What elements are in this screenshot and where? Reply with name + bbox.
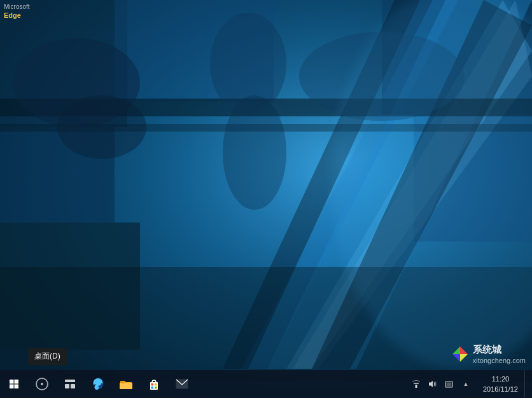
taskview-rect-right (71, 384, 75, 388)
svg-rect-30 (15, 385, 19, 389)
svg-rect-27 (10, 380, 14, 384)
desktop: Microsoft Edge 桌面(D) 系统城 xitongcheng.com (0, 0, 532, 398)
date-display: 2016/11/12 (483, 384, 518, 395)
pinned-explorer[interactable] (112, 370, 140, 398)
taskview-icon (64, 380, 76, 388)
notification-icon (445, 380, 453, 388)
windows-logo-icon (9, 379, 19, 389)
pinned-mail[interactable] (168, 370, 196, 398)
svg-rect-29 (10, 385, 14, 389)
wallpaper (0, 0, 532, 398)
svg-marker-43 (429, 381, 433, 387)
watermark-logo-icon (451, 345, 469, 363)
folder-icon (120, 378, 132, 390)
edge-tooltip: Microsoft Edge (0, 0, 34, 22)
notification-tray-icon[interactable] (441, 370, 458, 398)
svg-marker-26 (460, 354, 468, 362)
svg-marker-24 (452, 347, 460, 354)
network-icon (412, 380, 421, 388)
show-desktop-button[interactable] (524, 370, 529, 398)
taskbar: ▲ 11:20 2016/11/12 (0, 370, 532, 398)
svg-rect-45 (447, 382, 452, 386)
svg-rect-38 (151, 387, 154, 389)
volume-icon (428, 380, 437, 388)
cortana-dot (41, 383, 43, 385)
edge-label: Edge (4, 11, 30, 20)
pinned-store[interactable] (140, 370, 168, 398)
cortana-circle-icon (36, 378, 48, 390)
svg-rect-41 (415, 385, 417, 388)
watermark-site-url: xitongcheng.com (473, 356, 526, 365)
expand-tray-icon: ▲ (463, 381, 468, 387)
svg-rect-37 (155, 383, 157, 386)
watermark: 系统城 xitongcheng.com (451, 343, 526, 365)
network-tray-icon[interactable] (408, 370, 424, 398)
svg-marker-25 (452, 354, 460, 362)
time-display: 11:20 (492, 374, 510, 385)
taskview-small-rects (65, 384, 75, 388)
taskbar-right: ▲ 11:20 2016/11/12 (405, 370, 532, 398)
taskview-rect-main (65, 380, 75, 382)
svg-rect-42 (414, 383, 419, 384)
svg-marker-23 (460, 347, 468, 354)
taskview-rect-left (65, 384, 69, 388)
svg-point-17 (57, 95, 146, 159)
svg-rect-39 (155, 387, 157, 389)
expand-tray-button[interactable]: ▲ (458, 370, 474, 398)
edge-icon (92, 378, 104, 390)
svg-point-19 (223, 95, 286, 210)
taskbar-left (0, 370, 196, 398)
start-button[interactable] (0, 370, 28, 398)
watermark-site-name: 系统城 (473, 343, 526, 356)
svg-rect-34 (121, 381, 125, 383)
svg-rect-33 (120, 383, 132, 389)
svg-rect-36 (151, 383, 154, 386)
clock-display[interactable]: 11:20 2016/11/12 (478, 370, 523, 398)
taskview-button[interactable] (56, 370, 84, 398)
volume-tray-icon[interactable] (424, 370, 441, 398)
system-tray: ▲ (405, 370, 477, 398)
pinned-edge[interactable] (84, 370, 112, 398)
mail-icon (176, 379, 188, 389)
microsoft-label: Microsoft (4, 3, 30, 11)
cortana-button[interactable] (28, 370, 56, 398)
store-icon (148, 378, 160, 390)
svg-rect-28 (15, 380, 19, 384)
